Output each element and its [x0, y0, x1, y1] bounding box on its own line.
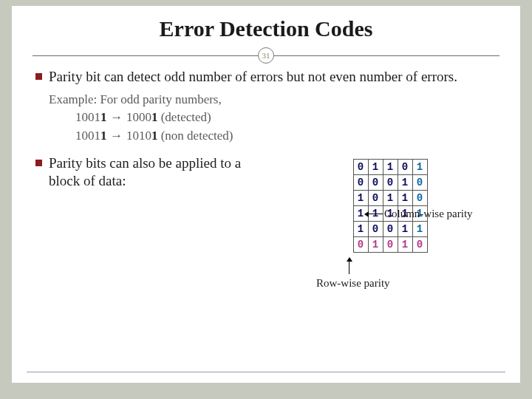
data-cell: 1: [383, 190, 398, 205]
bottom-divider: [27, 372, 505, 372]
row-parity-label: Row-wise parity: [316, 277, 390, 290]
table-row: 10110: [353, 190, 427, 205]
bullet-item-1: Parity bit can detect odd number of erro…: [35, 68, 499, 86]
column-parity-cell: 0: [383, 236, 398, 252]
row-arrow-icon: [349, 258, 349, 274]
corner-parity-cell: 0: [412, 236, 427, 252]
example-line-1: 10011 → 10001 (detected): [75, 109, 499, 127]
bullet-item-2: Parity bits can also be applied to a blo…: [35, 154, 254, 191]
ex2-arrow-icon: →: [107, 129, 126, 143]
ex2-suffix: (non detected): [157, 129, 233, 143]
slide: Error Detection Codes 31 Parity bit can …: [12, 6, 520, 383]
data-cell: 1: [398, 221, 412, 236]
data-cell: 0: [353, 159, 368, 174]
row-parity-cell: 1: [412, 159, 427, 174]
data-cell: 0: [368, 190, 383, 205]
column-parity-row: 01010: [353, 236, 427, 252]
example-block: Example: For odd parity numbers, 10011 →…: [49, 91, 499, 146]
data-cell: 1: [398, 174, 412, 190]
data-cell: 0: [383, 174, 398, 190]
row-parity-cell: 0: [412, 174, 427, 190]
ex1-suffix: (detected): [157, 110, 211, 124]
table-row: 10011: [353, 221, 427, 236]
bullet-text-2: Parity bits can also be applied to a blo…: [49, 155, 241, 189]
ex2-prefix: 1001: [75, 129, 100, 143]
data-cell: 0: [398, 159, 412, 174]
ex2-res-prefix: 1010: [126, 129, 151, 143]
page-title: Error Detection Codes: [33, 16, 499, 41]
ex2-bit: 1: [100, 129, 107, 143]
second-block: Parity bits can also be applied to a blo…: [33, 154, 499, 253]
example-header: Example: For odd parity numbers,: [49, 91, 499, 109]
data-cell: 1: [383, 159, 398, 174]
data-cell: 0: [368, 174, 383, 190]
data-cell: 0: [368, 221, 383, 236]
ex1-bit: 1: [100, 110, 107, 124]
column-parity-label: Column-wise parity: [384, 208, 473, 220]
bullet-list-2: Parity bits can also be applied to a blo…: [33, 154, 254, 191]
column-parity-cell: 0: [353, 236, 368, 252]
title-divider: 31: [33, 47, 499, 64]
data-cell: 1: [368, 159, 383, 174]
row-parity-cell: 0: [412, 190, 427, 205]
column-parity-cell: 1: [398, 236, 412, 252]
parity-figure: 011010001010110111111001101010 Column-wi…: [267, 154, 499, 253]
example-line-2: 10011 → 10101 (non detected): [75, 127, 499, 146]
ex1-res-prefix: 1000: [126, 110, 151, 124]
parity-table: 011010001010110111111001101010: [353, 159, 428, 253]
data-cell: 0: [383, 221, 398, 236]
data-cell: 0: [353, 174, 368, 190]
table-row: 01101: [353, 159, 427, 174]
bullet-text-1: Parity bit can detect odd number of erro…: [49, 69, 457, 84]
ex1-prefix: 1001: [75, 110, 100, 124]
data-cell: 1: [353, 190, 368, 205]
column-parity-cell: 1: [368, 236, 383, 252]
data-cell: 1: [398, 190, 412, 205]
bullet-list: Parity bit can detect odd number of erro…: [33, 68, 499, 86]
column-arrow-icon: [365, 214, 383, 214]
row-parity-cell: 1: [412, 221, 427, 236]
page-number-badge: 31: [258, 47, 274, 64]
table-row: 00010: [353, 174, 427, 190]
ex1-arrow-icon: →: [107, 110, 126, 124]
data-cell: 1: [353, 221, 368, 236]
